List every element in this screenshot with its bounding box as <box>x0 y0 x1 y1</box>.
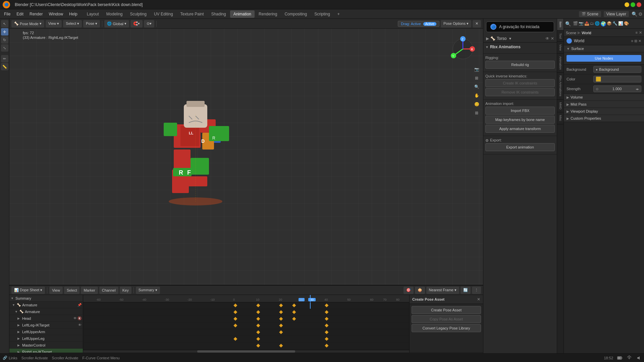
copy-pose-btn[interactable]: Copy Pose As Asset <box>412 315 481 323</box>
tab-layout[interactable]: Layout <box>84 10 102 18</box>
settings-icon[interactable]: ⚙ <box>638 11 643 17</box>
prop-view-layer-icon[interactable]: 🗂 <box>590 21 594 26</box>
view-layer-selector[interactable]: View Layer <box>604 11 629 17</box>
viewport-gizmo[interactable]: X Y Z <box>449 36 476 62</box>
side-tab-view[interactable]: View <box>557 42 564 54</box>
tab-scripting[interactable]: Scripting <box>311 10 333 18</box>
world-browse-icon[interactable]: ≡ <box>631 39 633 43</box>
prop-modifier-icon[interactable]: 🔧 <box>612 21 618 26</box>
map-keyframes-btn[interactable]: Map keyframes by bone name <box>485 116 555 124</box>
export-anim-btn[interactable]: Export animation <box>485 143 555 151</box>
menu-edit[interactable]: Edit <box>14 11 26 17</box>
track-leftleg-vis[interactable]: 👁 <box>78 323 82 327</box>
timeline-ruler[interactable]: -60 -50 -40 -30 -20 -10 0 10 20 30 33 40 <box>83 295 409 302</box>
track-leftupperleg[interactable]: ▶ LeftUpperLeg <box>9 335 83 342</box>
bc-plus-icon[interactable]: ✕ <box>639 31 642 35</box>
mist-pass-header[interactable]: ▶ Mist Pass <box>564 101 644 108</box>
tab-uv-editing[interactable]: UV Editing <box>151 10 176 18</box>
side-tab-mmd[interactable]: MMD <box>557 100 564 113</box>
ds-snap-btn[interactable]: Nearest Frame ▾ <box>426 287 459 294</box>
torso-eye[interactable]: 👁 <box>545 36 549 41</box>
panel-search-icon[interactable]: 🔍 <box>565 21 571 26</box>
create-ik-btn[interactable]: Create IK constraints <box>485 79 555 87</box>
tool-scale[interactable]: ⤡ <box>1 44 8 52</box>
tool-cursor[interactable]: ↖ <box>1 20 8 27</box>
pose-options-btn[interactable]: Pose Options ▾ <box>441 20 471 27</box>
ds-marker-btn[interactable]: Marker <box>81 287 98 294</box>
tool-measure[interactable]: 📏 <box>1 63 8 70</box>
rebuild-rig-btn[interactable]: Rebuild rig <box>485 61 555 69</box>
track-armature-2[interactable]: ▼ 🦴 Armature <box>9 308 83 315</box>
track-leftleg-ik[interactable]: ▶ LeftLeg-IKTarget 👁 <box>9 322 83 328</box>
grid-btn[interactable]: ⊞ <box>473 109 480 117</box>
prop-render-icon[interactable]: 📷 <box>579 21 584 26</box>
ds-select-btn[interactable]: Select <box>64 287 80 294</box>
search-icon[interactable]: 🔍 <box>632 11 637 17</box>
tab-compositing[interactable]: Compositing <box>281 10 310 18</box>
menu-window[interactable]: Window <box>46 11 66 17</box>
create-pose-close[interactable]: ✕ <box>477 297 480 302</box>
drag-label[interactable]: Drag: Active Active <box>398 21 439 27</box>
bc-filter-icon[interactable]: ≡ <box>636 31 638 35</box>
ds-sync-btn[interactable]: 🔄 <box>461 287 471 294</box>
local-view-btn[interactable]: 🔍 <box>473 83 480 90</box>
viewport-orientation-btn[interactable]: 🌐 Global ▾ <box>104 20 129 27</box>
create-pose-btn[interactable]: Create Pose Asset <box>412 306 481 314</box>
track-rightleg-ik[interactable]: ▶ RightLeg-IKTarget <box>9 349 83 353</box>
side-tab-rbx[interactable]: Rbx Animations <box>557 73 564 100</box>
viewport-mode-btn[interactable]: 🦴 Pose Mode ▾ <box>11 20 44 27</box>
ds-more-btn[interactable]: ⋮ <box>472 287 481 294</box>
menu-help[interactable]: Help <box>66 11 80 17</box>
ds-key-btn[interactable]: Key <box>120 287 131 294</box>
viewport-display-header[interactable]: ▶ Viewport Display <box>564 108 644 115</box>
maximize-button[interactable] <box>631 2 635 7</box>
ds-channel-btn[interactable]: Channel <box>99 287 118 294</box>
close-button[interactable] <box>637 2 641 7</box>
minimize-button[interactable] <box>625 2 629 7</box>
scene-selector[interactable]: 🎬 Scene <box>579 11 601 17</box>
viewport-proportional-btn[interactable]: ⊙▾ <box>144 20 154 27</box>
torso-close[interactable]: ✕ <box>551 36 554 41</box>
viewport-select-btn[interactable]: Select ▾ <box>63 20 82 27</box>
viewport-pose-btn[interactable]: Pose ▾ <box>83 20 100 27</box>
track-leftupperarm[interactable]: ▶ LeftUpperArm <box>9 328 83 335</box>
viewport-canvas[interactable]: fps: 72 (33) Armature : RightLeg-IKTarge… <box>9 29 483 285</box>
bc-scene[interactable]: Scene <box>566 31 576 35</box>
prop-material-icon[interactable]: 🎨 <box>624 21 629 26</box>
tab-shading[interactable]: Shading <box>208 10 229 18</box>
prop-output-icon[interactable]: 📤 <box>584 21 589 26</box>
hand-tool-btn[interactable]: ✋ <box>473 92 480 99</box>
prop-scene-icon[interactable]: 🎬 <box>573 21 578 26</box>
timeline-scrollbar[interactable] <box>83 350 409 353</box>
tab-modeling[interactable]: Modeling <box>103 10 126 18</box>
ds-filter-btn[interactable]: 🎯 <box>404 287 414 294</box>
timeline-keyframes[interactable]: -60 -50 -40 -30 -20 -10 0 10 20 30 33 40 <box>83 295 409 353</box>
convert-pose-btn[interactable]: Convert Legacy Pose Library <box>412 324 481 332</box>
tab-rendering[interactable]: Rendering <box>255 10 280 18</box>
tab-plus[interactable]: + <box>334 10 343 18</box>
apply-armature-btn[interactable]: Apply armature transform <box>485 125 555 133</box>
viewport-view-btn[interactable]: View ▾ <box>46 20 62 27</box>
tool-rotate[interactable]: ↻ <box>1 36 8 44</box>
ortho-view-btn[interactable]: ⊞ <box>473 74 480 82</box>
editor-type-btn[interactable]: 📊 Dope Sheet ▾ <box>11 287 45 294</box>
prop-obj-icon[interactable]: 📦 <box>607 21 612 26</box>
ds-view-btn[interactable]: View <box>49 287 63 294</box>
color-value[interactable] <box>593 76 641 82</box>
side-tab-tool[interactable]: Tool <box>557 31 564 42</box>
tool-annotate[interactable]: ✏ <box>1 55 8 62</box>
track-mute-icon[interactable]: 🔇 <box>77 316 82 320</box>
links-btn[interactable]: 🔗 <box>3 356 7 360</box>
track-head[interactable]: ▶ Head 👁 🔇 <box>9 315 83 322</box>
scrollbar-thumb[interactable] <box>197 350 295 353</box>
track-mastercontrol[interactable]: ▶ MasterControl <box>9 342 83 349</box>
surface-section-header[interactable]: ▼ Surface <box>564 45 644 52</box>
strength-value[interactable]: ⊙ 1.000 ◂▸ <box>593 85 641 92</box>
import-fbx-btn[interactable]: Import FBX <box>485 107 555 115</box>
volume-header[interactable]: ▶ Volume <box>564 94 644 101</box>
custom-props-header[interactable]: ▶ Custom Properties <box>564 115 644 122</box>
side-tab-misc[interactable]: Misc <box>557 112 564 124</box>
menu-file[interactable]: File <box>1 11 13 17</box>
remove-ik-btn[interactable]: Remove IK constraints <box>485 88 555 96</box>
viewport-snap-btn[interactable]: 🧲▾ <box>130 20 143 27</box>
